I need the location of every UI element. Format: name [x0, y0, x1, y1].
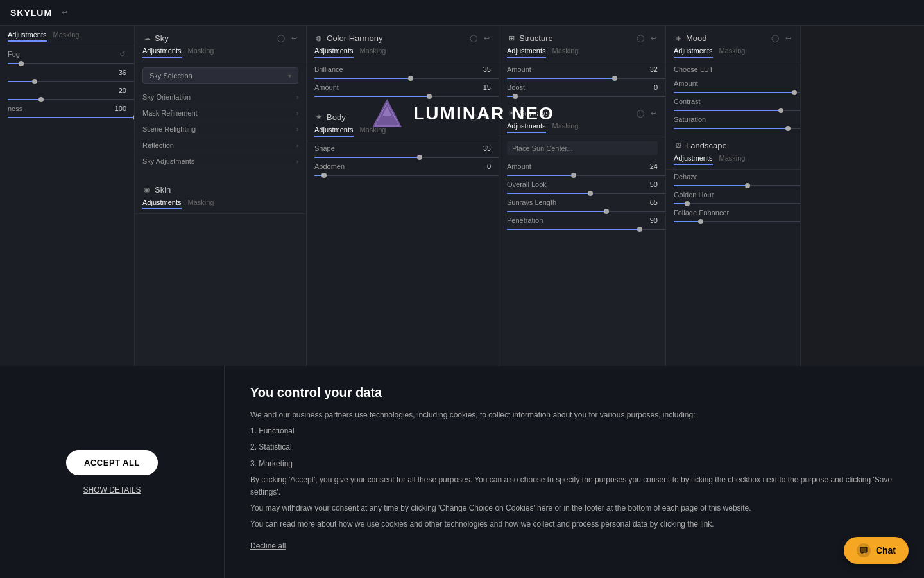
tab-masking-skin[interactable]: Masking: [188, 198, 214, 209]
foliage-enhancer-label: Foliage Enhancer: [674, 209, 729, 216]
tab-adjustments-sky[interactable]: Adjustments: [142, 47, 182, 58]
cookie-left-panel: ACCEPT ALL SHOW DETAILS: [0, 366, 225, 578]
sky-title: Sky: [142, 33, 169, 43]
brilliance-slider[interactable]: [314, 78, 499, 79]
sunrays-undo-icon[interactable]: ↩: [649, 109, 658, 118]
fog-reset-icon[interactable]: ↺: [117, 49, 126, 58]
mask-refinement-row[interactable]: Mask Refinement ›: [135, 105, 306, 121]
tab-masking-sky[interactable]: Masking: [188, 47, 214, 58]
tab-adjustments-body[interactable]: Adjustments: [314, 126, 354, 137]
sunrays-length-val: 65: [642, 198, 658, 206]
skin-tabs: Adjustments Masking: [135, 198, 306, 214]
accept-all-button[interactable]: ACCEPT ALL: [66, 450, 158, 475]
sunrays-length-slider[interactable]: [507, 211, 666, 212]
abdomen-row: Abdomen 0: [307, 159, 499, 173]
foliage-enhancer-slider[interactable]: [674, 221, 801, 222]
decline-all-button[interactable]: Decline all: [250, 541, 286, 550]
golden-hour-slider[interactable]: [674, 203, 801, 204]
show-details-button[interactable]: SHOW DETAILS: [83, 486, 141, 495]
cookie-body: We and our business partners use technol…: [250, 409, 898, 531]
sunrays-amount-row: Amount 24: [499, 159, 665, 173]
penetration-label: Penetration: [507, 216, 543, 224]
scene-relighting-chevron: ›: [296, 126, 298, 133]
brilliance-val: 35: [475, 66, 491, 73]
slider-36[interactable]: [8, 81, 135, 82]
cookie-right-panel: You control your data We and our busines…: [225, 366, 924, 578]
sky-selection-box[interactable]: Sky Selection ▾: [142, 67, 298, 84]
structure-title: ⊞ Structure: [507, 33, 553, 43]
slider-20[interactable]: [8, 99, 135, 100]
mood-contrast-label: Contrast: [674, 98, 701, 105]
foliage-enhancer-row: Foliage Enhancer: [666, 206, 800, 220]
editing-panels: Adjustments Masking Fog ↺ 36 20 ness: [0, 26, 924, 366]
tab-masking-mood[interactable]: Masking: [719, 47, 746, 58]
mood-contrast-row: Contrast: [666, 94, 800, 109]
color-harmony-title: ◍ Color Harmony: [314, 33, 382, 43]
penetration-slider[interactable]: [507, 229, 666, 230]
reflection-chevron: ›: [296, 142, 298, 149]
ness-slider[interactable]: [8, 117, 135, 118]
place-sun-center-btn[interactable]: Place Sun Center...: [507, 141, 658, 155]
sky-header: Sky ◯ ↩: [135, 31, 306, 47]
structure-undo-icon[interactable]: ↩: [649, 34, 658, 43]
brilliance-label: Brilliance: [314, 66, 343, 73]
harmony-tabs: Adjustments Masking: [307, 47, 499, 62]
dehaze-slider[interactable]: [674, 185, 801, 186]
fog-slider[interactable]: [8, 63, 135, 64]
tab-adjustments-skin[interactable]: Adjustments: [142, 198, 182, 209]
mood-amount-slider[interactable]: [674, 92, 801, 93]
sunrays-amount-val: 24: [642, 162, 658, 170]
skin-section: Skin Adjustments Masking: [135, 182, 306, 214]
structure-eye-icon[interactable]: ◯: [636, 34, 645, 43]
skin-dot-icon: [142, 186, 151, 195]
abdomen-slider[interactable]: [314, 175, 499, 176]
cookie-consent-text: By clicking 'Accept', you give your cons…: [250, 474, 898, 498]
sky-eye-icon[interactable]: ◯: [277, 34, 286, 43]
amount-harmony-row: Amount 15: [307, 80, 499, 94]
atmosphere-tabs: Adjustments Masking: [0, 31, 134, 46]
tab-adjustments-landscape[interactable]: Adjustments: [674, 154, 713, 165]
mood-eye-icon[interactable]: ◯: [771, 34, 780, 43]
tab-masking-1[interactable]: Masking: [53, 31, 80, 42]
mood-saturation-slider[interactable]: [674, 128, 801, 129]
mood-contrast-slider[interactable]: [674, 110, 801, 111]
sky-adjustments-row[interactable]: Sky Adjustments ›: [135, 153, 306, 170]
tab-adjustments-harmony[interactable]: Adjustments: [314, 47, 354, 58]
back-icon[interactable]: ↩: [60, 8, 69, 17]
shape-label: Shape: [314, 144, 335, 152]
tab-masking-harmony[interactable]: Masking: [360, 47, 386, 58]
mood-header-icons: ◯ ↩: [771, 34, 792, 43]
reflection-label: Reflection: [142, 141, 174, 149]
sky-orientation-row[interactable]: Sky Orientation ›: [135, 89, 306, 105]
reflection-row[interactable]: Reflection ›: [135, 137, 306, 153]
mood-icon: [674, 34, 683, 43]
chat-button[interactable]: Chat: [844, 537, 909, 564]
val20: 20: [111, 87, 126, 94]
tab-adjustments-structure[interactable]: Adjustments: [507, 47, 546, 58]
fog-label: Fog: [8, 50, 20, 58]
penetration-row: Penetration 90: [499, 213, 665, 227]
tab-adjustments-mood[interactable]: Adjustments: [674, 47, 713, 58]
mask-refinement-chevron: ›: [296, 110, 298, 117]
sunrays-amount-slider[interactable]: [507, 175, 666, 176]
sky-adjustments-label: Sky Adjustments: [142, 157, 194, 165]
harmony-undo-icon[interactable]: ↩: [482, 34, 491, 43]
overall-look-slider[interactable]: [507, 193, 666, 194]
tab-masking-landscape[interactable]: Masking: [719, 154, 746, 165]
sky-undo-icon[interactable]: ↩: [289, 34, 298, 43]
dehaze-row: Dehaze: [666, 170, 800, 184]
harmony-eye-icon[interactable]: ◯: [469, 34, 478, 43]
sunrays-eye-icon[interactable]: ◯: [636, 109, 645, 118]
brilliance-row: Brilliance 35: [307, 62, 499, 76]
amount-structure-slider[interactable]: [507, 78, 666, 79]
tab-adjustments-1[interactable]: Adjustments: [8, 31, 47, 42]
scene-relighting-row[interactable]: Scene Relighting ›: [135, 121, 306, 137]
sky-selection-label: Sky Selection: [150, 72, 193, 80]
tab-masking-sunrays[interactable]: Masking: [552, 122, 579, 133]
shape-slider[interactable]: [314, 157, 499, 158]
amount-structure-row: Amount 32: [499, 62, 665, 76]
mood-undo-icon[interactable]: ↩: [783, 34, 792, 43]
fog-row: Fog ↺: [0, 46, 134, 62]
val36: 36: [111, 69, 126, 76]
tab-masking-structure[interactable]: Masking: [552, 47, 579, 58]
